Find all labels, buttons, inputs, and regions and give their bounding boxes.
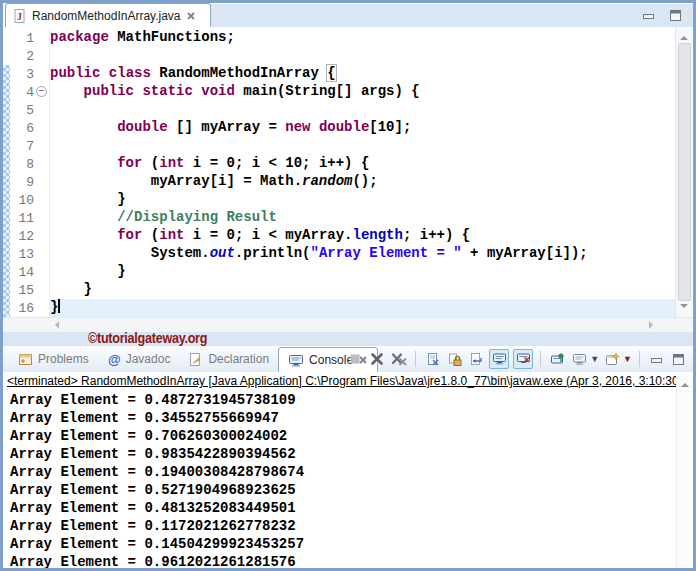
console-icon [288, 353, 304, 368]
text-cursor [58, 299, 60, 313]
show-console-stdout-icon[interactable] [489, 349, 509, 369]
line-number[interactable]: 10 [10, 193, 34, 208]
dropdown-arrow-icon[interactable]: ▼ [623, 354, 632, 364]
code-line-9: myArray[i] = Math.random(); [50, 173, 676, 191]
clear-console-icon[interactable] [423, 350, 441, 368]
maximize-icon[interactable] [669, 350, 687, 368]
scroll-lock-icon[interactable] [445, 350, 463, 368]
console-output[interactable]: Array Element = 0.4872731945738109Array … [3, 389, 693, 568]
java-file-icon: J [12, 8, 27, 24]
console-output-line: Array Element = 0.14504299923453257 [10, 536, 693, 554]
console-vertical-scrollbar[interactable] [676, 374, 693, 568]
line-number[interactable]: 11 [10, 211, 34, 226]
code-editor: 12345678910111213141516 package MathFunc… [3, 27, 693, 317]
console-process-header: <terminated> RandomMethodInArray [Java A… [3, 372, 693, 389]
line-number[interactable]: 6 [10, 121, 34, 136]
fold-collapse-icon[interactable] [36, 86, 47, 97]
scroll-right-icon[interactable] [649, 321, 657, 329]
console-view-tab-declaration[interactable]: Declaration [179, 347, 278, 372]
scroll-up-icon[interactable] [680, 32, 688, 40]
maximize-icon[interactable] [668, 8, 683, 23]
minimize-icon[interactable] [647, 350, 665, 368]
code-line-10: } [50, 191, 676, 209]
dropdown-arrow-icon[interactable]: ▼ [590, 354, 599, 364]
code-line-4: public static void main(String[] args) { [50, 83, 676, 101]
editor-tab-bar: J RandomMethodInArray.java [3, 3, 693, 27]
console-toolbar: ▼▼ [346, 349, 687, 369]
line-number[interactable]: 2 [10, 49, 34, 64]
console-output-line: Array Element = 0.5271904968923625 [10, 482, 693, 500]
line-number[interactable]: 16 [10, 301, 34, 316]
line-number[interactable]: 12 [10, 229, 34, 244]
console-tab-bar: Problems@JavadocDeclarationConsole ▼▼ [3, 346, 693, 372]
console-body: <terminated> RandomMethodInArray [Java A… [3, 372, 693, 568]
scroll-up-icon[interactable] [681, 379, 689, 387]
minimize-icon[interactable] [641, 8, 656, 23]
range-indicator-strip [3, 65, 10, 317]
line-number[interactable]: 9 [10, 175, 34, 190]
tab-label: Javadoc [126, 352, 171, 366]
workbench: J RandomMethodInArray.java 1234567891011… [3, 3, 693, 568]
tab-label: Declaration [208, 352, 269, 366]
code-line-8: for (int i = 0; i < 10; i++) { [50, 155, 676, 173]
code-line-6: double [] myArray = new double[10]; [50, 119, 676, 137]
scroll-left-icon[interactable] [51, 321, 59, 329]
eclipse-window: J RandomMethodInArray.java 1234567891011… [0, 0, 696, 571]
watermark: ©tutorialgateway.org [88, 330, 207, 346]
code-line-11: //Displaying Result [50, 209, 676, 227]
declaration-icon [188, 352, 203, 367]
editor-window-buttons [641, 8, 683, 23]
display-console-icon[interactable] [570, 350, 588, 368]
open-console-icon[interactable] [603, 350, 621, 368]
code-line-16: } [50, 299, 676, 317]
toolbar-separator [540, 351, 541, 367]
code-line-13: System.out.println("Array Element = " + … [50, 245, 676, 263]
svg-text:@: @ [108, 352, 121, 367]
console-output-line: Array Element = 0.9835422890394562 [10, 446, 693, 464]
editor-tab-randommethodinarray[interactable]: J RandomMethodInArray.java [5, 3, 211, 27]
console-output-line: Array Element = 0.4813252083449501 [10, 500, 693, 518]
code-area[interactable]: package MathFunctions;public class Rando… [50, 29, 676, 317]
line-number[interactable]: 8 [10, 157, 34, 172]
console-panel: Problems@JavadocDeclarationConsole ▼▼ <t… [3, 346, 693, 568]
console-output-line: Array Element = 0.1172021262778232 [10, 518, 693, 536]
editor-vscroll-thumb[interactable] [678, 43, 691, 301]
line-number[interactable]: 13 [10, 247, 34, 262]
remove-all-terminated-icon[interactable] [390, 350, 408, 368]
console-output-line: Array Element = 0.4872731945738109 [10, 392, 693, 410]
console-tab-list: Problems@JavadocDeclarationConsole [9, 346, 378, 372]
svg-text:J: J [17, 10, 22, 21]
code-line-14: } [50, 263, 676, 281]
console-output-line: Array Element = 0.34552755669947 [10, 410, 693, 428]
close-icon[interactable] [186, 11, 196, 21]
code-line-7 [50, 137, 676, 155]
remove-launch-icon[interactable] [368, 350, 386, 368]
editor-tab-bar-fill [203, 4, 693, 27]
code-line-2 [50, 47, 676, 65]
console-view-tab-javadoc[interactable]: @Javadoc [98, 347, 180, 372]
code-line-5 [50, 101, 676, 119]
line-number[interactable]: 14 [10, 265, 34, 280]
word-wrap-icon[interactable] [467, 350, 485, 368]
line-number[interactable]: 5 [10, 103, 34, 118]
line-number-gutter[interactable]: 12345678910111213141516 [10, 29, 50, 317]
code-line-3: public class RandomMethodInArray { [50, 65, 676, 83]
line-number[interactable]: 1 [10, 31, 34, 46]
editor-tab-title: RandomMethodInArray.java [32, 9, 181, 23]
console-output-line: Array Element = 0.19400308428798674 [10, 464, 693, 482]
tab-label: Problems [38, 352, 89, 366]
line-number[interactable]: 4 [10, 85, 34, 100]
scroll-down-icon[interactable] [680, 304, 688, 312]
code-line-15: } [50, 281, 676, 299]
console-view-tab-problems[interactable]: Problems [9, 347, 98, 372]
line-number[interactable]: 15 [10, 283, 34, 298]
javadoc-icon: @ [107, 352, 121, 367]
console-output-line: Array Element = 0.706260300024002 [10, 428, 693, 446]
editor-vertical-scrollbar[interactable] [675, 27, 693, 317]
terminate-icon[interactable] [346, 350, 364, 368]
pin-console-icon[interactable] [548, 350, 566, 368]
show-console-stderr-icon[interactable] [513, 349, 533, 369]
toolbar-separator [639, 351, 640, 367]
line-number[interactable]: 3 [10, 67, 34, 82]
line-number[interactable]: 7 [10, 139, 34, 154]
